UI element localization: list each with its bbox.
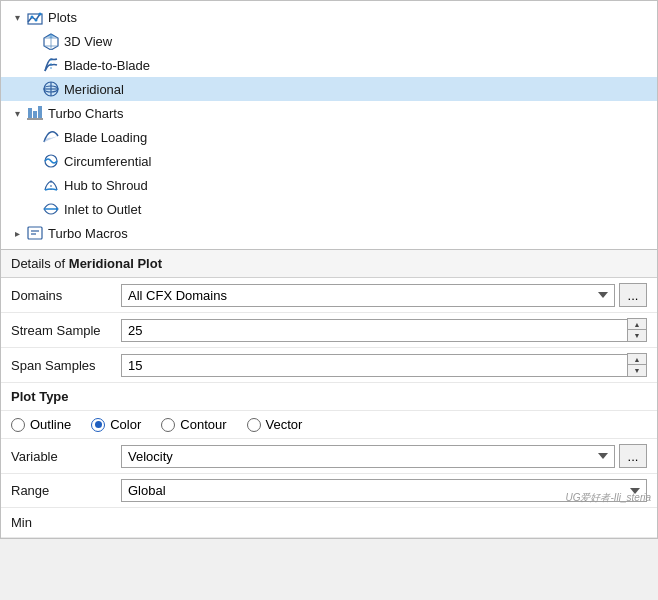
- plot-type-section-header: Plot Type: [1, 383, 657, 411]
- turbo-charts-label: Turbo Charts: [48, 106, 123, 121]
- svg-point-1: [31, 16, 34, 19]
- svg-point-3: [39, 13, 42, 16]
- meridional-label: Meridional: [64, 82, 124, 97]
- turbo-macros-icon: [25, 223, 45, 243]
- min-row: Min: [1, 508, 657, 538]
- span-samples-spinner: ▲ ▼: [121, 353, 647, 377]
- span-samples-up-button[interactable]: ▲: [628, 354, 646, 365]
- circumferential-icon: [41, 151, 61, 171]
- range-row: Range Global Local User Specified UG爱好者-…: [1, 474, 657, 508]
- stream-sample-up-button[interactable]: ▲: [628, 319, 646, 330]
- tree-item-plots[interactable]: ▾ Plots: [1, 5, 657, 29]
- stream-sample-spinner-btns: ▲ ▼: [627, 318, 647, 342]
- blade-to-blade-icon: [41, 55, 61, 75]
- variable-control: Velocity Pressure Temperature ...: [121, 444, 647, 468]
- plots-icon: [25, 7, 45, 27]
- stream-sample-row: Stream Sample ▲ ▼: [1, 313, 657, 348]
- tree-item-turbo-charts[interactable]: ▾ Turbo Charts: [1, 101, 657, 125]
- radio-vector-label: Vector: [266, 417, 303, 432]
- stream-sample-label: Stream Sample: [11, 323, 121, 338]
- hub-to-shroud-label: Hub to Shroud: [64, 178, 148, 193]
- expand-icon-plots: ▾: [9, 9, 25, 25]
- tree-item-turbo-macros[interactable]: ▸ Turbo Macros: [1, 221, 657, 245]
- tree-panel: ▾ Plots ▸: [0, 0, 658, 250]
- blade-loading-label: Blade Loading: [64, 130, 147, 145]
- radio-color-circle: [91, 418, 105, 432]
- svg-rect-12: [28, 108, 32, 118]
- main-container: ▾ Plots ▸: [0, 0, 658, 539]
- stream-sample-input[interactable]: [121, 319, 627, 342]
- radio-contour[interactable]: Contour: [161, 417, 226, 432]
- radio-color-dot: [95, 421, 102, 428]
- tree-item-inlet-to-outlet[interactable]: ▸ Inlet to Outlet: [1, 197, 657, 221]
- blade-loading-icon: [41, 127, 61, 147]
- radio-outline-circle: [11, 418, 25, 432]
- expand-icon-turbo-macros: ▸: [9, 225, 25, 241]
- domains-dots-button[interactable]: ...: [619, 283, 647, 307]
- 3dview-icon: [41, 31, 61, 51]
- tree-item-blade-to-blade[interactable]: ▸ Blade-to-Blade: [1, 53, 657, 77]
- variable-select[interactable]: Velocity Pressure Temperature: [121, 445, 615, 468]
- span-samples-input[interactable]: [121, 354, 627, 377]
- variable-dots-button[interactable]: ...: [619, 444, 647, 468]
- domains-select[interactable]: All CFX Domains Default Domain: [121, 284, 615, 307]
- plots-label: Plots: [48, 10, 77, 25]
- domains-label: Domains: [11, 288, 121, 303]
- svg-point-2: [35, 19, 38, 22]
- stream-sample-spinner: ▲ ▼: [121, 318, 647, 342]
- plot-type-radio-row: Outline Color Contour Vector: [1, 411, 657, 439]
- variable-label: Variable: [11, 449, 121, 464]
- watermark: UG爱好者-Ili_steria: [565, 491, 651, 505]
- tree-item-hub-to-shroud[interactable]: ▸ Hub to Shroud: [1, 173, 657, 197]
- span-samples-label: Span Samples: [11, 358, 121, 373]
- span-samples-spinner-btns: ▲ ▼: [627, 353, 647, 377]
- svg-rect-14: [38, 106, 42, 118]
- domains-control: All CFX Domains Default Domain ...: [121, 283, 647, 307]
- 3dview-label: 3D View: [64, 34, 112, 49]
- domains-row: Domains All CFX Domains Default Domain .…: [1, 278, 657, 313]
- radio-outline-label: Outline: [30, 417, 71, 432]
- tree-item-3dview[interactable]: ▸ 3D View: [1, 29, 657, 53]
- tree-item-meridional[interactable]: ▸ Meridional: [1, 77, 657, 101]
- expand-icon-turbo-charts: ▾: [9, 105, 25, 121]
- radio-color[interactable]: Color: [91, 417, 141, 432]
- details-plot-name: Meridional Plot: [69, 256, 162, 271]
- variable-row: Variable Velocity Pressure Temperature .…: [1, 439, 657, 474]
- radio-vector-circle: [247, 418, 261, 432]
- radio-contour-label: Contour: [180, 417, 226, 432]
- inlet-to-outlet-label: Inlet to Outlet: [64, 202, 141, 217]
- meridional-icon: [41, 79, 61, 99]
- radio-outline[interactable]: Outline: [11, 417, 71, 432]
- radio-color-label: Color: [110, 417, 141, 432]
- inlet-to-outlet-icon: [41, 199, 61, 219]
- circumferential-label: Circumferential: [64, 154, 151, 169]
- span-samples-control: ▲ ▼: [121, 353, 647, 377]
- span-samples-row: Span Samples ▲ ▼: [1, 348, 657, 383]
- hub-to-shroud-icon: [41, 175, 61, 195]
- tree-item-blade-loading[interactable]: ▸ Blade Loading: [1, 125, 657, 149]
- turbo-macros-label: Turbo Macros: [48, 226, 128, 241]
- stream-sample-control: ▲ ▼: [121, 318, 647, 342]
- tree-item-circumferential[interactable]: ▸ Circumferential: [1, 149, 657, 173]
- min-label: Min: [11, 515, 121, 530]
- radio-contour-circle: [161, 418, 175, 432]
- range-label: Range: [11, 483, 121, 498]
- details-title: Details of: [11, 256, 69, 271]
- svg-rect-13: [33, 111, 37, 118]
- details-panel: Details of Meridional Plot Domains All C…: [0, 250, 658, 539]
- radio-vector[interactable]: Vector: [247, 417, 303, 432]
- details-header: Details of Meridional Plot: [1, 250, 657, 278]
- svg-rect-20: [28, 227, 42, 239]
- turbo-charts-icon: [25, 103, 45, 123]
- stream-sample-down-button[interactable]: ▼: [628, 330, 646, 341]
- blade-to-blade-label: Blade-to-Blade: [64, 58, 150, 73]
- span-samples-down-button[interactable]: ▼: [628, 365, 646, 376]
